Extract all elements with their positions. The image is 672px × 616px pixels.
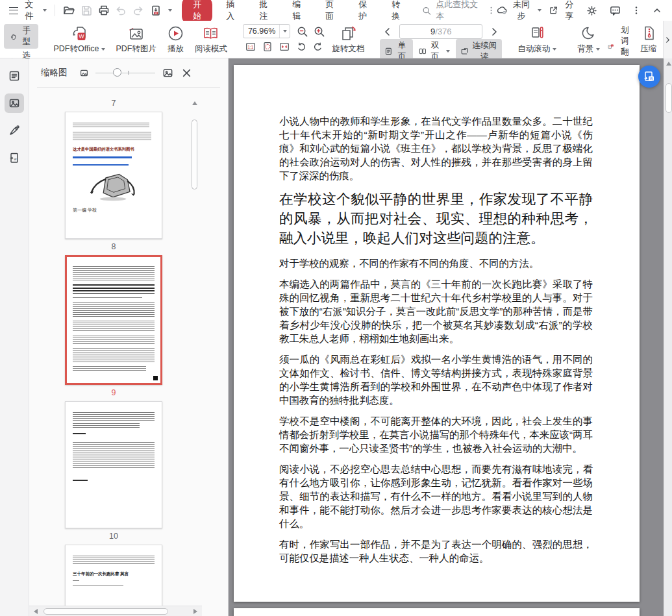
hand-tool-label: 手型 (21, 25, 32, 47)
document-paragraph: 小说人物中的教师和学生形象，在当代文学作品里数量众多。二十世纪七十年代末开始的“… (279, 114, 593, 182)
thumbnail-panel-button[interactable] (5, 93, 24, 113)
export-pdf-icon: W (149, 4, 162, 17)
auto-scroll-label: 自动滚动 (517, 43, 556, 55)
actual-size-button[interactable]: 1:1 (243, 40, 258, 54)
document-scrollbar[interactable] (664, 58, 672, 616)
menubar-right: 未同步 分享 (496, 0, 666, 22)
panel-title: 缩略图 (41, 67, 68, 79)
next-page-button[interactable] (486, 25, 502, 39)
sync-status-label: 未同步 (510, 0, 532, 22)
collapse-toolbar-button[interactable] (650, 3, 664, 18)
search-options-icon[interactable] (487, 6, 495, 15)
zoom-level-input[interactable]: 76.96% (243, 24, 290, 38)
thumb-text-lines (73, 423, 140, 428)
rotate-document-button[interactable]: 旋转文档 (327, 23, 369, 55)
thumbnail-page[interactable]: 三十年前的一次长跑比赛 莫言 (65, 545, 162, 606)
zoom-in-button[interactable] (311, 24, 327, 38)
thumbnail-page-label: 9 (29, 388, 198, 397)
wps-pdf-reader-window: 文件 W 开始插入批注编辑页面保护转换 点此查找文本 (0, 0, 672, 616)
thumb-caption: 第一编 学校 (73, 207, 155, 214)
thumb-text-lines (73, 366, 146, 371)
play-label: 播放 (168, 43, 184, 55)
more-options-button[interactable] (632, 3, 641, 18)
export-pdf-button[interactable]: W (148, 3, 163, 18)
pdf-convert-fab[interactable]: W (638, 66, 660, 88)
page-number-input[interactable]: 9 /376 (399, 24, 482, 39)
thumb-link-line (73, 164, 129, 166)
slider-knob[interactable] (113, 68, 121, 77)
share-button[interactable]: 分享 (548, 0, 577, 22)
rotate-left-icon (295, 41, 307, 53)
close-panel-button[interactable] (182, 68, 192, 78)
thumb-text-lines (73, 302, 155, 317)
feedback-button[interactable] (608, 3, 623, 18)
scrollbar-thumb[interactable] (44, 608, 168, 615)
print-button[interactable] (96, 3, 111, 18)
divider (55, 5, 55, 16)
scrollbar-thumb[interactable] (666, 83, 672, 113)
background-label: 背景 (577, 43, 600, 55)
hand-tool-button[interactable]: 手型 (4, 24, 38, 49)
thumbnail-page-selected[interactable] (65, 255, 162, 385)
thumb-text-lines (73, 580, 79, 582)
pdf-to-image-button[interactable]: PDF转图片 (110, 23, 162, 55)
svg-text:1:1: 1:1 (248, 45, 254, 49)
reading-mode-button[interactable]: 阅读模式 (190, 23, 232, 55)
menubar: 文件 W 开始插入批注编辑页面保护转换 点此查找文本 (0, 0, 672, 21)
rotate-right-button[interactable] (310, 40, 326, 54)
quick-access-more-button[interactable] (166, 3, 174, 18)
annotation-panel-button[interactable] (5, 121, 24, 140)
chevron-up-icon (652, 5, 662, 16)
thumbnail-scrollbar-vertical[interactable] (192, 96, 198, 603)
auto-scroll-button[interactable]: 自动滚动 (512, 23, 562, 55)
toolbar-expand-button[interactable] (663, 21, 672, 58)
thumbnail-page[interactable] (65, 401, 162, 528)
scroll-up-arrow[interactable] (666, 62, 671, 66)
thumbnail-list: 7 这才是中国最好的语文书系列图书 第一编 学校8 9 10 三十年前的一次长跑… (29, 88, 198, 606)
chat-bubble-icon (609, 5, 621, 17)
thumbnail-size-small-icon[interactable] (79, 68, 89, 78)
thumbnail-page[interactable]: 这才是中国最好的语文书系列图书 第一编 学校 (65, 112, 162, 239)
scroll-left-arrow[interactable] (34, 609, 38, 614)
thumb-text-lines (73, 348, 155, 363)
scroll-up-arrow[interactable] (192, 101, 197, 105)
thumbnail-page-label: 10 (29, 532, 198, 541)
zoom-level-dropdown[interactable] (279, 25, 290, 38)
search-box[interactable]: 点此查找文本 (421, 0, 495, 22)
thumbnails-icon (8, 97, 21, 110)
background-button[interactable]: 背景 (572, 23, 605, 55)
zoom-out-icon (296, 25, 308, 38)
play-button[interactable]: 播放 (162, 23, 190, 55)
actual-size-icon: 1:1 (245, 41, 256, 53)
outline-icon (8, 69, 21, 82)
fit-width-button[interactable] (277, 40, 292, 54)
thumbnail-page-label: 8 (29, 242, 198, 251)
document-paragraph: 在学校这个貌似平静的世界里，作家发现了不平静的风暴，从而把对社会、现实、理想的种… (279, 190, 593, 248)
open-file-button[interactable] (62, 3, 77, 18)
zoom-out-button[interactable] (294, 24, 310, 38)
fit-page-button[interactable] (260, 40, 275, 54)
prev-page-button[interactable] (380, 25, 395, 39)
redo-button[interactable] (131, 3, 146, 18)
scroll-right-arrow[interactable] (193, 609, 197, 614)
current-page-value: 9 (430, 27, 435, 36)
rotate-left-button[interactable] (293, 40, 309, 54)
chevron-right-icon (489, 27, 499, 37)
save-button[interactable] (79, 3, 94, 18)
save-icon (80, 4, 93, 17)
thumbnail-size-large-icon[interactable] (162, 67, 174, 79)
thumbnail-size-slider[interactable] (95, 68, 155, 77)
sync-status-button[interactable]: 未同步 (496, 0, 542, 22)
compress-button[interactable]: 压缩 (635, 23, 662, 55)
outline-panel-button[interactable] (5, 66, 24, 86)
scrollbar-thumb[interactable] (192, 119, 197, 190)
pdf-to-office-button[interactable]: W PDF转Office (49, 23, 111, 55)
export-doc-icon: w (8, 151, 21, 164)
export-panel-button[interactable]: w (5, 148, 24, 167)
settings-button[interactable] (585, 3, 599, 18)
search-placeholder: 点此查找文本 (436, 0, 483, 22)
thumb-bold-lines (73, 480, 88, 481)
file-menu-label: 文件 (21, 0, 37, 22)
undo-button[interactable] (114, 3, 129, 18)
thumbnail-scrollbar-horizontal[interactable] (29, 606, 202, 616)
